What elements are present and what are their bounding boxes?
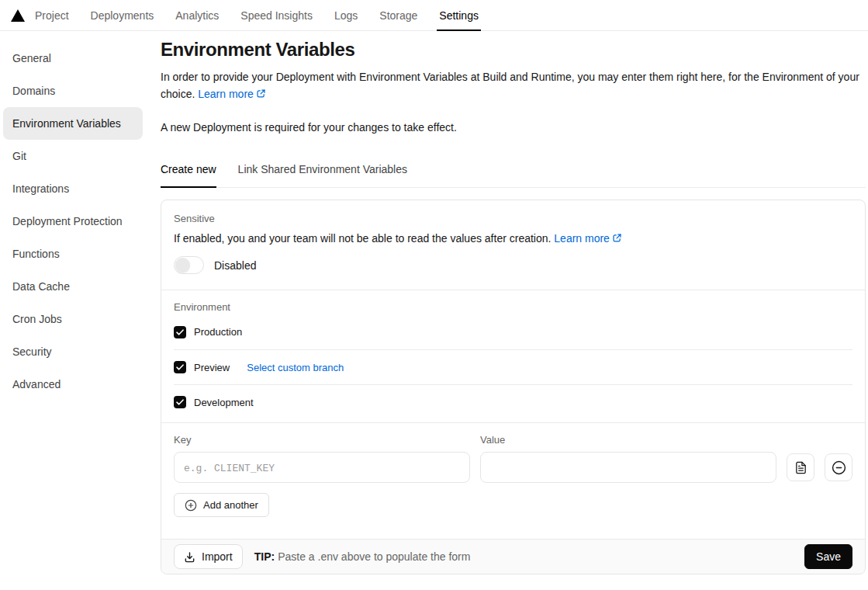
key-value-section: Key Value Add anothe (161, 422, 865, 539)
select-custom-branch-link[interactable]: Select custom branch (247, 362, 344, 373)
sensitive-learn-more-link[interactable]: Learn more (554, 232, 622, 245)
add-another-label: Add another (203, 499, 258, 511)
sensitive-section: Sensitive If enabled, you and your team … (161, 200, 865, 290)
sidebar-item-git[interactable]: Git (3, 140, 143, 172)
production-label: Production (194, 326, 242, 338)
preview-label: Preview (194, 362, 230, 373)
paste-env-file-button[interactable] (787, 453, 814, 481)
sidebar-item-security[interactable]: Security (3, 335, 143, 368)
sensitive-toggle-row: Disabled (174, 256, 852, 274)
tip-text: Paste a .env above to populate the form (278, 550, 470, 563)
add-another-button[interactable]: Add another (174, 493, 269, 517)
value-column: Value (480, 434, 776, 483)
env-row-preview: Preview Select custom branch (174, 349, 852, 384)
import-label: Import (202, 550, 233, 563)
sidebar-item-integrations[interactable]: Integrations (3, 172, 143, 205)
development-label: Development (194, 397, 254, 408)
nav-tab-settings[interactable]: Settings (437, 0, 481, 30)
environment-label: Environment (174, 301, 852, 313)
production-checkbox[interactable] (174, 326, 186, 338)
sensitive-toggle[interactable] (174, 256, 204, 274)
key-column: Key (174, 434, 470, 483)
card-footer: Import TIP:Paste a .env above to populat… (161, 539, 865, 574)
preview-checkbox[interactable] (174, 361, 186, 373)
learn-more-label: Learn more (198, 88, 254, 100)
tip-label: TIP: (254, 550, 275, 563)
nav-tab-speed-insights[interactable]: Speed Insights (238, 0, 315, 30)
vercel-logo-icon[interactable] (11, 9, 25, 22)
settings-sidebar: General Domains Environment Variables Gi… (0, 31, 161, 589)
sidebar-item-environment-variables[interactable]: Environment Variables (3, 107, 143, 140)
page-description: In order to provide your Deployment with… (161, 68, 866, 102)
remove-row-button[interactable] (825, 453, 852, 481)
import-button[interactable]: Import (174, 544, 243, 569)
deploy-note: A new Deployment is required for your ch… (161, 121, 866, 134)
top-nav-tabs: Project Deployments Analytics Speed Insi… (33, 0, 481, 30)
sensitive-label: Sensitive (174, 213, 852, 224)
tab-link-shared[interactable]: Link Shared Environment Variables (238, 163, 407, 187)
page-title: Environment Variables (161, 38, 866, 61)
nav-tab-deployments[interactable]: Deployments (88, 0, 157, 30)
plus-circle-icon (185, 499, 197, 512)
nav-tab-project[interactable]: Project (33, 0, 71, 30)
sidebar-item-domains[interactable]: Domains (3, 75, 143, 107)
sensitive-toggle-state: Disabled (214, 259, 256, 272)
download-icon (184, 551, 195, 563)
import-tip: TIP:Paste a .env above to populate the f… (254, 550, 471, 563)
sidebar-item-advanced[interactable]: Advanced (3, 368, 143, 401)
check-icon (176, 329, 184, 335)
sidebar-item-deployment-protection[interactable]: Deployment Protection (3, 205, 143, 238)
description-learn-more-link[interactable]: Learn more (198, 88, 266, 100)
sidebar-item-data-cache[interactable]: Data Cache (3, 270, 143, 303)
key-value-row: Key Value (174, 434, 852, 483)
sidebar-item-functions[interactable]: Functions (3, 238, 143, 270)
sidebar-item-general[interactable]: General (3, 42, 143, 75)
sidebar-item-cron-jobs[interactable]: Cron Jobs (3, 303, 143, 335)
value-label: Value (480, 434, 776, 446)
env-var-tabs: Create new Link Shared Environment Varia… (161, 163, 866, 188)
tab-create-new[interactable]: Create new (161, 163, 216, 187)
environment-section: Environment Production Preview Select cu… (161, 290, 865, 422)
nav-tab-analytics[interactable]: Analytics (173, 0, 221, 30)
minus-circle-icon (832, 460, 846, 475)
file-text-icon (794, 461, 807, 474)
nav-tab-logs[interactable]: Logs (332, 0, 360, 30)
external-link-icon (256, 88, 266, 99)
value-input[interactable] (480, 452, 776, 483)
main-content: Environment Variables In order to provid… (161, 31, 868, 589)
env-row-production: Production (174, 314, 852, 349)
top-nav: Project Deployments Analytics Speed Insi… (0, 0, 868, 31)
check-icon (176, 364, 184, 370)
env-row-development: Development (174, 384, 852, 419)
create-env-var-card: Sensitive If enabled, you and your team … (161, 200, 866, 574)
save-button[interactable]: Save (804, 544, 852, 569)
external-link-icon (612, 233, 622, 243)
environment-options: Production Preview Select custom branch … (174, 314, 852, 419)
sensitive-description: If enabled, you and your team will not b… (174, 232, 852, 245)
sensitive-description-text: If enabled, you and your team will not b… (174, 232, 551, 245)
key-label: Key (174, 434, 470, 446)
development-checkbox[interactable] (174, 396, 186, 408)
toggle-knob (175, 258, 190, 272)
sensitive-learn-more-label: Learn more (554, 232, 610, 245)
check-icon (176, 399, 184, 405)
nav-tab-storage[interactable]: Storage (377, 0, 420, 30)
key-input[interactable] (174, 452, 470, 483)
